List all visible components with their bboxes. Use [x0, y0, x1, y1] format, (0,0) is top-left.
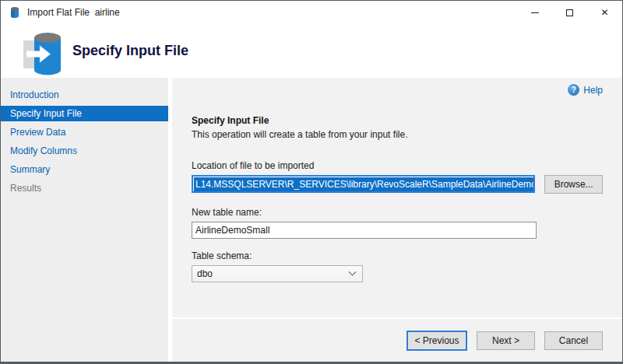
sidebar-item-summary[interactable]: Summary — [1, 162, 168, 177]
help-link[interactable]: ? Help — [568, 84, 603, 96]
file-location-label: Location of file to be imported — [192, 160, 603, 171]
section-description: This operation will create a table from … — [192, 129, 603, 140]
close-button[interactable]: ✕ — [587, 1, 622, 24]
minimize-button[interactable] — [517, 1, 552, 24]
table-name-label: New table name: — [192, 207, 603, 218]
help-icon: ? — [568, 84, 579, 96]
previous-button[interactable]: < Previous — [407, 331, 467, 351]
content-panel: ? Help Specify Input File This operation… — [172, 78, 622, 362]
file-location-input[interactable]: L14.MSSQLSERVER\R_SERVICES\library\RevoS… — [192, 175, 535, 193]
maximize-button[interactable] — [552, 1, 587, 24]
import-flat-file-wizard-window: Import Flat File airline ✕ Specify Input… — [0, 0, 623, 364]
sidebar-item-specify-input-file[interactable]: Specify Input File — [1, 106, 168, 121]
browse-button[interactable]: Browse... — [544, 175, 603, 194]
next-button[interactable]: Next > — [477, 331, 535, 350]
section-title: Specify Input File — [192, 115, 603, 126]
file-location-value: L14.MSSQLSERVER\R_SERVICES\library\RevoS… — [194, 177, 535, 191]
window-title: Import Flat File airline — [27, 7, 517, 18]
title-bar: Import Flat File airline ✕ — [1, 1, 622, 24]
page-title: Specify Input File — [72, 43, 188, 59]
wizard-header: Specify Input File — [1, 24, 622, 78]
table-name-input[interactable] — [192, 222, 537, 239]
maximize-icon — [566, 9, 573, 16]
import-file-to-database-icon — [23, 31, 62, 76]
close-icon: ✕ — [600, 8, 608, 17]
chevron-down-icon — [349, 268, 357, 275]
content-main: Specify Input File This operation will c… — [172, 78, 622, 317]
minimize-icon — [531, 12, 539, 13]
wizard-steps-sidebar: Introduction Specify Input File Preview … — [1, 78, 168, 362]
wizard-body: Introduction Specify Input File Preview … — [1, 78, 622, 362]
sidebar-item-introduction[interactable]: Introduction — [1, 87, 168, 103]
sidebar-item-results: Results — [1, 180, 168, 196]
wizard-footer: < Previous Next > Cancel — [172, 317, 622, 362]
file-location-row: L14.MSSQLSERVER\R_SERVICES\library\RevoS… — [192, 175, 603, 194]
sidebar-item-preview-data[interactable]: Preview Data — [1, 124, 168, 140]
cancel-button[interactable]: Cancel — [544, 331, 603, 350]
table-schema-select[interactable]: dbo — [192, 265, 363, 282]
window-controls: ✕ — [517, 1, 622, 24]
table-schema-value: dbo — [197, 268, 213, 279]
sidebar-item-modify-columns[interactable]: Modify Columns — [1, 143, 168, 159]
app-database-icon — [9, 6, 21, 19]
table-schema-label: Table schema: — [192, 250, 603, 261]
help-label: Help — [583, 85, 603, 96]
